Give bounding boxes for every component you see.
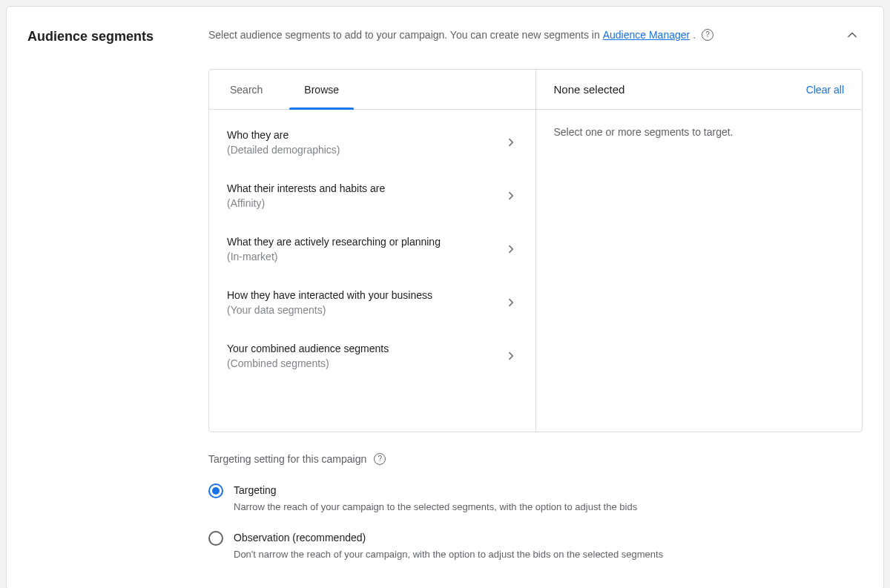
targeting-label: Targeting setting for this campaign	[208, 453, 366, 465]
radio-description: Don't narrow the reach of your campaign,…	[234, 548, 663, 561]
radio-targeting[interactable]: Targeting Narrow the reach of your campa…	[208, 477, 863, 524]
chevron-right-icon	[504, 136, 518, 149]
browse-item-combined[interactable]: Your combined audience segments (Combine…	[209, 329, 535, 383]
radio-input[interactable]	[208, 531, 223, 546]
tab-browse[interactable]: Browse	[283, 70, 360, 109]
section-title: Audience segments	[27, 24, 208, 44]
targeting-section: Targeting setting for this campaign ? Ta…	[208, 453, 863, 572]
browse-item-in-market[interactable]: What they are actively researching or pl…	[209, 222, 535, 276]
browse-item-subtitle: (Combined segments)	[227, 356, 498, 371]
browse-item-affinity[interactable]: What their interests and habits are (Aff…	[209, 169, 535, 222]
radio-observation[interactable]: Observation (recommended) Don't narrow t…	[208, 524, 863, 572]
browse-item-subtitle: (In-market)	[227, 249, 498, 264]
selected-panel: None selected Clear all Select one or mo…	[536, 70, 863, 432]
browse-item-demographics[interactable]: Who they are (Detailed demographics)	[209, 116, 535, 169]
intro-text: Select audience segments to add to your …	[208, 27, 600, 42]
browse-item-your-data[interactable]: How they have interacted with your busin…	[209, 276, 535, 329]
collapse-icon[interactable]	[842, 24, 863, 45]
clear-all-button[interactable]: Clear all	[806, 84, 844, 96]
browse-item-subtitle: (Detailed demographics)	[227, 142, 498, 157]
browse-item-title: Who they are	[227, 128, 498, 142]
intro-text-after: .	[693, 27, 696, 42]
radio-title: Targeting	[234, 483, 637, 498]
help-icon[interactable]: ?	[374, 453, 386, 465]
browse-item-subtitle: (Affinity)	[227, 196, 498, 211]
browse-list: Who they are (Detailed demographics) Wha…	[209, 110, 535, 389]
segment-panels: Search Browse Who they are (Detailed dem…	[208, 69, 863, 432]
radio-title: Observation (recommended)	[234, 530, 663, 545]
radio-input[interactable]	[208, 483, 223, 498]
browse-item-title: What their interests and habits are	[227, 181, 498, 196]
chevron-right-icon	[504, 349, 518, 363]
browse-item-subtitle: (Your data segments)	[227, 303, 498, 317]
selected-header: None selected	[554, 83, 625, 96]
browse-item-title: How they have interacted with your busin…	[227, 288, 498, 303]
help-icon[interactable]: ?	[702, 29, 713, 41]
browse-item-title: What they are actively researching or pl…	[227, 234, 498, 249]
chevron-right-icon	[504, 242, 518, 256]
chevron-right-icon	[504, 296, 518, 309]
selected-empty-message: Select one or more segments to target.	[536, 110, 863, 154]
browse-panel: Search Browse Who they are (Detailed dem…	[209, 70, 536, 432]
browse-item-title: Your combined audience segments	[227, 341, 498, 356]
chevron-right-icon	[504, 189, 518, 202]
tabs: Search Browse	[209, 70, 535, 110]
tab-search[interactable]: Search	[209, 70, 283, 109]
audience-manager-link[interactable]: Audience Manager	[603, 27, 690, 42]
radio-description: Narrow the reach of your campaign to the…	[234, 501, 637, 514]
audience-segments-card: Audience segments Select audience segmen…	[6, 6, 884, 588]
